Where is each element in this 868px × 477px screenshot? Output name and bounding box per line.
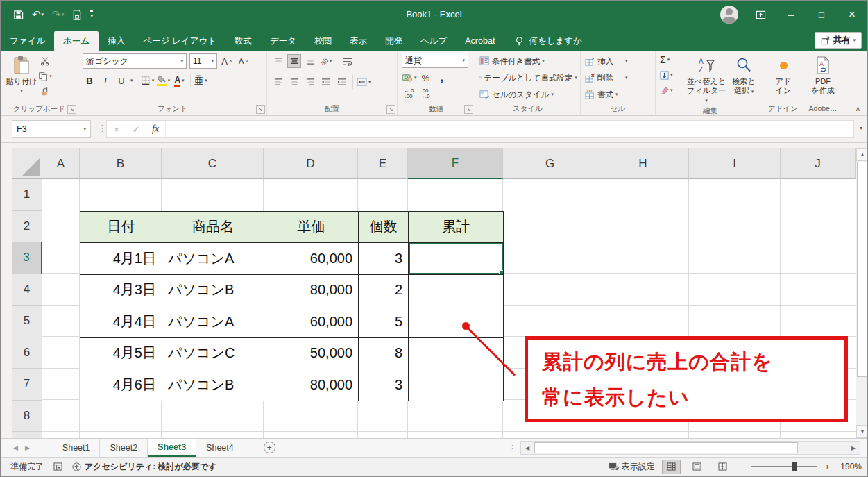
clipboard-dialog-launcher[interactable]: ↘ bbox=[67, 105, 76, 114]
tab-formulas[interactable]: 数式 bbox=[225, 31, 261, 51]
autosum-button[interactable]: Σ▾ bbox=[660, 53, 686, 67]
print-preview-button[interactable] bbox=[69, 6, 85, 23]
find-select-button[interactable]: 検索と 選択 ▾ bbox=[726, 53, 761, 105]
tab-developer[interactable]: 開発 bbox=[376, 31, 411, 51]
vertical-scroll-thumb[interactable] bbox=[857, 162, 868, 377]
column-header-h[interactable]: H bbox=[597, 148, 689, 179]
ribbon-display-options-button[interactable] bbox=[745, 1, 776, 28]
cell-e3[interactable]: 3 bbox=[359, 243, 409, 275]
cell-f4[interactable] bbox=[409, 274, 504, 306]
tab-data[interactable]: データ bbox=[261, 31, 305, 51]
wrap-text-button[interactable] bbox=[341, 54, 355, 68]
cell-e4[interactable]: 2 bbox=[359, 274, 409, 306]
insert-cells-button[interactable]: 挿入 ▾ bbox=[585, 53, 652, 69]
scroll-down-button[interactable]: ▼ bbox=[856, 425, 868, 438]
copy-button[interactable]: ▾ bbox=[38, 69, 52, 83]
middle-align-button[interactable] bbox=[287, 54, 301, 68]
cell-e7[interactable]: 3 bbox=[359, 369, 409, 401]
number-format-combobox[interactable]: 通貨▾ bbox=[402, 53, 468, 68]
clear-button[interactable]: ▾ bbox=[660, 83, 686, 97]
increase-font-size-button[interactable]: A˄ bbox=[220, 54, 234, 68]
format-cells-button[interactable]: 書式 ▾ bbox=[585, 86, 652, 103]
comma-style-button[interactable]: , bbox=[435, 71, 449, 85]
tab-help[interactable]: ヘルプ bbox=[411, 31, 456, 51]
fill-color-button[interactable]: ▾ bbox=[157, 74, 171, 87]
undo-button[interactable]: ↶▾ bbox=[29, 6, 46, 23]
expand-formula-bar-button[interactable]: ▾ bbox=[860, 125, 862, 131]
cell-d7[interactable]: 80,000 bbox=[264, 369, 359, 401]
accounting-format-button[interactable]: ▾ bbox=[402, 71, 417, 85]
column-header-i[interactable]: I bbox=[689, 148, 781, 179]
increase-indent-button[interactable] bbox=[335, 75, 349, 89]
new-sheet-button[interactable]: + bbox=[264, 442, 275, 453]
scrollbar-splitter[interactable]: ⋮ bbox=[509, 439, 516, 457]
column-header-d[interactable]: D bbox=[264, 148, 358, 179]
row-header-7[interactable]: 7 bbox=[12, 369, 42, 401]
column-header-f[interactable]: F bbox=[408, 148, 503, 179]
zoom-out-button[interactable]: − bbox=[739, 462, 744, 472]
orientation-button[interactable]: ab▾ bbox=[319, 54, 333, 68]
row-header-1[interactable]: 1 bbox=[12, 179, 42, 211]
zoom-level[interactable]: 190% bbox=[837, 462, 862, 471]
cell-d3[interactable]: 60,000 bbox=[264, 243, 359, 275]
cell-b7[interactable]: 4月6日 bbox=[80, 369, 162, 401]
format-painter-button[interactable] bbox=[38, 85, 52, 99]
row-header-5[interactable]: 5 bbox=[12, 306, 42, 337]
scroll-right-button[interactable]: ▶ bbox=[847, 442, 860, 454]
tab-file[interactable]: ファイル bbox=[1, 31, 54, 51]
align-center-button[interactable] bbox=[287, 75, 301, 89]
header-cell-unit-price[interactable]: 単価 bbox=[264, 211, 359, 243]
increase-decimal-button[interactable]: ←.0.00 bbox=[402, 87, 416, 101]
collapse-ribbon-button[interactable]: ∧ bbox=[856, 105, 860, 112]
format-as-table-button[interactable]: テーブルとして書式設定 ▾ bbox=[479, 69, 577, 86]
tab-insert[interactable]: 挿入 bbox=[99, 31, 134, 51]
font-name-combobox[interactable]: 游ゴシック▾ bbox=[83, 53, 187, 69]
underline-button[interactable]: U bbox=[114, 74, 128, 87]
cell-b3[interactable]: 4月1日 bbox=[80, 243, 162, 275]
save-button[interactable] bbox=[10, 6, 26, 23]
display-settings-button[interactable]: 表示設定 bbox=[609, 461, 655, 473]
cell-c7[interactable]: パソコンB bbox=[162, 369, 264, 401]
tab-view[interactable]: 表示 bbox=[341, 31, 376, 51]
normal-view-button[interactable] bbox=[662, 460, 681, 474]
vertical-scrollbar[interactable]: ▲ ▼ bbox=[856, 148, 868, 438]
tab-page-layout[interactable]: ページ レイアウト bbox=[134, 31, 225, 51]
accessibility-status[interactable]: アクセシビリティ: 検討が必要です bbox=[72, 461, 216, 473]
enter-button[interactable]: ✓ bbox=[126, 124, 146, 135]
cell-b6[interactable]: 4月5日 bbox=[80, 337, 162, 369]
sheet-tab-sheet4[interactable]: Sheet4 bbox=[196, 439, 244, 457]
column-header-c[interactable]: C bbox=[162, 148, 264, 179]
align-right-button[interactable] bbox=[303, 75, 317, 89]
paste-button[interactable]: 貼り付け ▾ bbox=[5, 53, 38, 103]
cell-f5[interactable] bbox=[409, 306, 504, 338]
row-header-4[interactable]: 4 bbox=[12, 274, 42, 306]
header-cell-date[interactable]: 日付 bbox=[80, 211, 162, 243]
tab-home[interactable]: ホーム bbox=[54, 31, 99, 51]
bottom-align-button[interactable] bbox=[303, 54, 317, 68]
font-size-combobox[interactable]: 11▾ bbox=[189, 53, 217, 69]
select-all-corner[interactable] bbox=[12, 148, 42, 179]
number-dialog-launcher[interactable]: ↘ bbox=[464, 105, 473, 114]
insert-function-button[interactable]: fx bbox=[146, 124, 165, 135]
cut-button[interactable] bbox=[38, 54, 52, 68]
row-header-3[interactable]: 3 bbox=[12, 242, 42, 274]
cell-styles-button[interactable]: セルのスタイル ▾ bbox=[479, 86, 577, 103]
cell-d6[interactable]: 50,000 bbox=[264, 337, 359, 369]
qat-customize-button[interactable]: ▾ bbox=[87, 6, 96, 23]
page-break-view-button[interactable] bbox=[713, 460, 732, 474]
zoom-in-button[interactable]: + bbox=[824, 462, 830, 472]
row-header-2[interactable]: 2 bbox=[12, 211, 42, 243]
row-header-6[interactable]: 6 bbox=[12, 337, 42, 369]
account-avatar[interactable] bbox=[720, 6, 738, 24]
merge-center-button[interactable]: ▾ bbox=[357, 75, 371, 89]
decrease-indent-button[interactable] bbox=[319, 75, 333, 89]
cell-f6[interactable] bbox=[409, 337, 504, 369]
top-align-button[interactable] bbox=[271, 54, 285, 68]
tell-me-search[interactable]: 何をしますか bbox=[515, 31, 581, 51]
percent-style-button[interactable]: % bbox=[419, 71, 433, 85]
cell-b5[interactable]: 4月4日 bbox=[80, 306, 162, 338]
cell-e6[interactable]: 8 bbox=[359, 337, 409, 369]
minimize-button[interactable]: ─ bbox=[776, 1, 806, 28]
tab-acrobat[interactable]: Acrobat bbox=[456, 31, 504, 51]
cell-f3-active[interactable] bbox=[409, 243, 504, 275]
